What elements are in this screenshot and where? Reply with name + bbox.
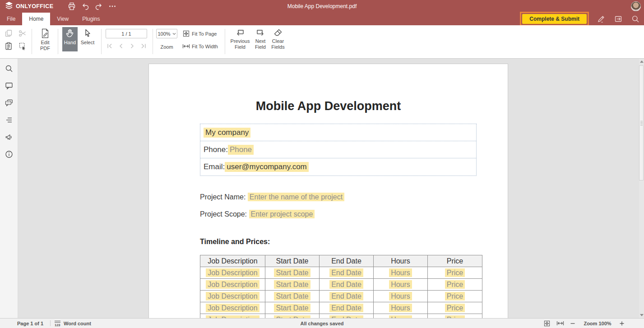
home-toolbar: Edit PDF Hand Select 1 / 1 100% <box>0 25 644 59</box>
zoom-value: 100% <box>158 31 170 37</box>
hours-field[interactable]: Hours <box>389 268 412 277</box>
tab-file[interactable]: File <box>0 13 22 25</box>
phone-row: Phone: Phone <box>200 141 476 158</box>
print-button[interactable] <box>65 1 79 11</box>
app-logo: ONLYOFFICE <box>0 2 60 11</box>
start-date-field[interactable]: Start Date <box>274 304 310 312</box>
col-job-description: Job Description <box>200 255 265 267</box>
complete-submit-button[interactable]: Complete & Submit <box>522 14 587 24</box>
status-zoom-label[interactable]: Zoom 100% <box>581 319 614 328</box>
search-icon[interactable] <box>627 13 644 25</box>
save-copy-icon[interactable] <box>610 13 627 25</box>
chat-icon[interactable] <box>5 99 13 107</box>
clear-fields-button[interactable]: Clear Fields <box>269 27 287 51</box>
app-name: ONLYOFFICE <box>16 3 53 9</box>
project-name-label: Project Name: <box>200 193 248 201</box>
end-date-field[interactable]: End Date <box>329 304 363 312</box>
hours-field[interactable]: Hours <box>389 280 412 289</box>
more-actions-button[interactable] <box>106 1 119 11</box>
end-date-field[interactable]: End Date <box>329 268 363 277</box>
layers-logo-icon <box>5 2 13 11</box>
vertical-scrollbar[interactable] <box>639 59 644 318</box>
scrollbar-grip <box>640 121 643 126</box>
select-all-icon[interactable] <box>19 42 27 50</box>
edit-pencil-icon[interactable] <box>593 13 610 25</box>
job-description-field[interactable]: Job Description <box>206 280 259 289</box>
scroll-down-arrow[interactable] <box>639 312 644 318</box>
first-page-icon[interactable] <box>107 43 113 49</box>
next-field-button[interactable]: Next Field <box>253 27 268 51</box>
start-date-field[interactable]: Start Date <box>274 280 310 289</box>
table-row: Job Description Start Date End Date Hour… <box>200 279 482 291</box>
col-hours: Hours <box>374 255 428 267</box>
edit-pdf-button[interactable]: Edit PDF <box>35 27 55 51</box>
comments-icon[interactable] <box>5 82 13 90</box>
fit-to-width-button[interactable]: Fit To Width <box>192 44 218 50</box>
phone-field[interactable]: Phone <box>228 145 254 155</box>
email-label: Email: <box>204 162 225 171</box>
next-page-icon[interactable] <box>129 43 135 49</box>
page-number-input[interactable]: 1 / 1 <box>106 29 147 38</box>
fit-to-width-icon[interactable] <box>182 43 190 49</box>
hand-tool-button[interactable]: Hand <box>62 27 78 51</box>
redo-button[interactable] <box>92 1 106 11</box>
start-date-field[interactable]: Start Date <box>274 292 310 300</box>
status-fit-to-page-icon[interactable] <box>543 319 551 328</box>
previous-field-button[interactable]: Previous Field <box>228 27 252 51</box>
previous-field-label: Previous Field <box>228 38 252 50</box>
hours-field[interactable]: Hours <box>389 304 412 312</box>
tab-plugins[interactable]: Plugins <box>75 13 107 25</box>
feedback-icon[interactable] <box>5 133 13 141</box>
price-field[interactable]: Price <box>445 304 465 312</box>
price-field[interactable]: Price <box>445 280 465 289</box>
user-avatar[interactable] <box>631 1 641 11</box>
scroll-up-arrow[interactable] <box>639 59 644 65</box>
divider <box>225 29 225 54</box>
job-description-field[interactable]: Job Description <box>206 268 259 277</box>
scrollbar-thumb[interactable] <box>639 65 644 180</box>
paste-icon[interactable] <box>5 42 13 50</box>
end-date-field[interactable]: End Date <box>329 292 363 300</box>
panel-search-icon[interactable] <box>5 65 13 73</box>
job-description-field[interactable]: Job Description <box>206 292 259 300</box>
complete-submit-highlight: Complete & Submit <box>520 12 589 26</box>
copy-icon[interactable] <box>5 29 13 37</box>
project-name-field[interactable]: Enter the name of the project <box>248 193 344 201</box>
job-description-field[interactable]: Job Description <box>206 304 259 312</box>
status-fit-to-width-icon[interactable] <box>556 319 565 328</box>
divider <box>153 29 153 54</box>
fit-to-page-icon[interactable] <box>183 30 190 37</box>
zoom-dropdown[interactable]: 100% <box>156 29 177 38</box>
undo-button[interactable] <box>79 1 92 11</box>
tabrow-actions: Complete & Submit <box>520 13 644 25</box>
table-row: Job Description Start Date End Date Hour… <box>200 302 482 314</box>
pdf-page: Mobile App Development My company Phone:… <box>149 64 508 318</box>
chevron-down-icon <box>172 32 176 35</box>
zoom-in-button[interactable] <box>618 319 626 328</box>
last-page-icon[interactable] <box>140 43 147 49</box>
email-field[interactable]: user@mycompany.com <box>225 162 309 172</box>
headings-icon[interactable] <box>5 116 13 124</box>
cut-icon[interactable] <box>19 29 27 37</box>
price-field[interactable]: Price <box>445 268 465 277</box>
start-date-field[interactable]: Start Date <box>274 268 310 277</box>
price-field[interactable]: Price <box>445 292 465 300</box>
email-row: Email: user@mycompany.com <box>200 158 476 176</box>
previous-page-icon[interactable] <box>118 43 124 49</box>
document-canvas[interactable]: Mobile App Development My company Phone:… <box>19 59 644 318</box>
tab-home[interactable]: Home <box>22 13 50 25</box>
pdf-editor-window: ONLYOFFICE Mobile App Development.pdf Fi… <box>0 0 644 328</box>
zoom-out-button[interactable] <box>569 319 577 328</box>
phone-label: Phone: <box>204 145 228 154</box>
project-scope-field[interactable]: Enter project scope <box>249 210 315 218</box>
company-name-field[interactable]: My company <box>204 128 250 138</box>
fit-to-page-button[interactable]: Fit To Page <box>192 31 217 37</box>
tab-view[interactable]: View <box>50 13 75 25</box>
timeline-heading: Timeline and Prices: <box>200 238 270 246</box>
divider <box>32 29 32 54</box>
col-end-date: End Date <box>320 255 374 267</box>
select-tool-button[interactable]: Select <box>79 27 97 51</box>
info-icon[interactable] <box>5 150 13 158</box>
end-date-field[interactable]: End Date <box>329 280 363 289</box>
hours-field[interactable]: Hours <box>389 292 412 300</box>
